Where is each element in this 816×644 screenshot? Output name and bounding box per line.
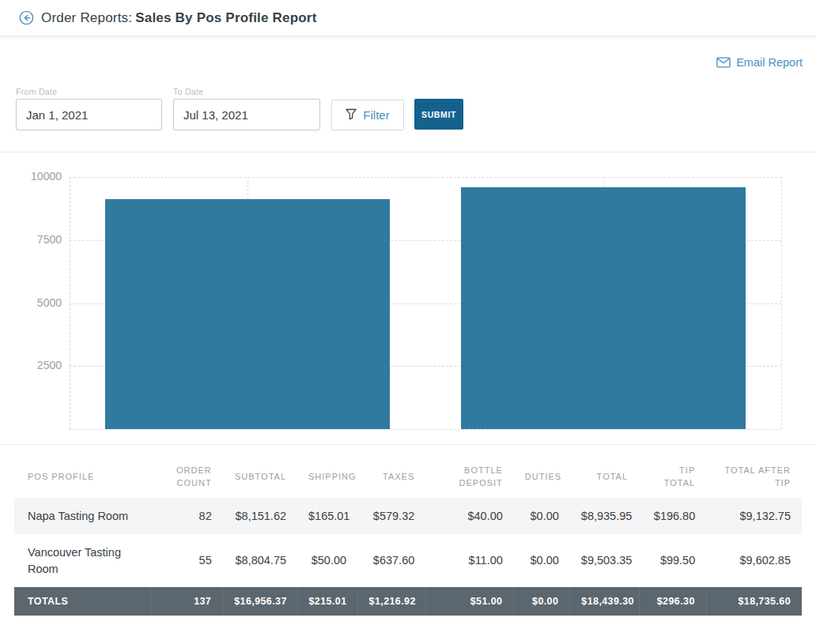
column-header: BOTTLE DEPOSIT [425,458,514,498]
to-date-field: To Date [173,87,320,130]
column-header: TOTAL AFTER TIP [706,458,802,498]
page-title: Order Reports:Sales By Pos Profile Repor… [41,10,317,26]
chart-bar[interactable] [105,199,390,429]
y-axis-tick-label: 10000 [22,170,62,183]
totals-cell: TOTALS [14,587,150,616]
y-axis-tick-label: 5000 [22,296,62,309]
table-cell: $40.00 [425,498,514,534]
table-cell: $8,935.95 [570,498,639,534]
totals-cell: $296.30 [639,587,706,616]
email-report-button[interactable]: Email Report [716,56,803,69]
page-title-prefix: Order Reports: [41,10,132,25]
submit-button[interactable]: SUBMIT [414,99,463,130]
page-title-report-name: Sales By Pos Profile Report [135,10,316,25]
totals-cell: $16,956.37 [223,587,297,616]
table-totals-row: TOTALS137$16,956.37$215.01$1,216.92$51.0… [14,587,802,616]
column-header: DUTIES [514,458,570,498]
back-icon[interactable] [19,10,34,25]
table-cell: $0.00 [514,498,570,534]
y-axis-tick-label: 2500 [22,359,62,371]
table-cell: $165.01 [297,498,357,534]
totals-cell: $51.00 [425,587,514,616]
filter-button[interactable]: Filter [331,100,404,130]
table-cell: $9,503.35 [570,534,639,587]
table-cell: $0.00 [514,534,570,587]
table-cell: 55 [150,534,222,587]
column-header: TOTAL [570,458,639,498]
table-row[interactable]: Napa Tasting Room82$8,151.62$165.01$579.… [14,498,802,534]
from-date-input[interactable] [16,99,162,130]
filter-button-label: Filter [363,108,389,122]
table-cell: $9,602.85 [706,534,802,587]
from-date-label: From Date [16,87,162,96]
table-cell: $99.50 [639,534,706,587]
totals-cell: 137 [150,587,222,616]
chart-baseline [70,429,781,430]
table-cell: $8,151.62 [223,498,297,534]
totals-cell: $0.00 [514,587,570,616]
column-header: SUBTOTAL [223,458,297,498]
section-divider-top [0,152,816,153]
y-axis-tick-label: 7500 [22,233,62,246]
app-header: Order Reports:Sales By Pos Profile Repor… [0,0,816,36]
chart-bar[interactable] [461,187,746,429]
to-date-input[interactable] [173,99,320,130]
chart-gridline [70,177,781,178]
table-body: Napa Tasting Room82$8,151.62$165.01$579.… [14,498,802,587]
table-cell: $11.00 [425,534,514,587]
sales-bar-chart: 10000750050002500 [0,158,816,443]
plot-right-border [781,177,782,429]
table-cell: $8,804.75 [223,534,297,587]
column-header: POS PROFILE [14,458,150,498]
funnel-icon [346,108,357,122]
column-header: TIP TOTAL [639,458,706,498]
email-report-label: Email Report [736,56,803,69]
table-cell: $579.32 [357,498,425,534]
totals-cell: $18,735.60 [706,587,802,616]
column-header: ORDER COUNT [150,458,222,498]
table-cell: $196.80 [639,498,706,534]
column-header: TAXES [357,458,425,498]
totals-cell: $1,216.92 [357,587,425,616]
column-header: SHIPPING [297,458,357,498]
table-cell: Vancouver Tasting Room [14,534,150,587]
table-cell: $9,132.75 [706,498,802,534]
table-cell: $50.00 [297,534,357,587]
envelope-icon [716,57,731,68]
report-table: POS PROFILEORDER COUNTSUBTOTALSHIPPINGTA… [14,458,802,616]
y-axis-line [70,177,70,429]
totals-cell: $18,439.30 [570,587,639,616]
table-cell: 82 [150,498,222,534]
section-divider-bottom [0,444,816,445]
from-date-field: From Date [16,87,162,130]
table-cell: $637.60 [357,534,425,587]
to-date-label: To Date [173,87,320,96]
table-cell: Napa Tasting Room [14,498,150,534]
totals-cell: $215.01 [297,587,357,616]
table-row[interactable]: Vancouver Tasting Room55$8,804.75$50.00$… [14,534,802,587]
table-header-row: POS PROFILEORDER COUNTSUBTOTALSHIPPINGTA… [14,458,802,498]
